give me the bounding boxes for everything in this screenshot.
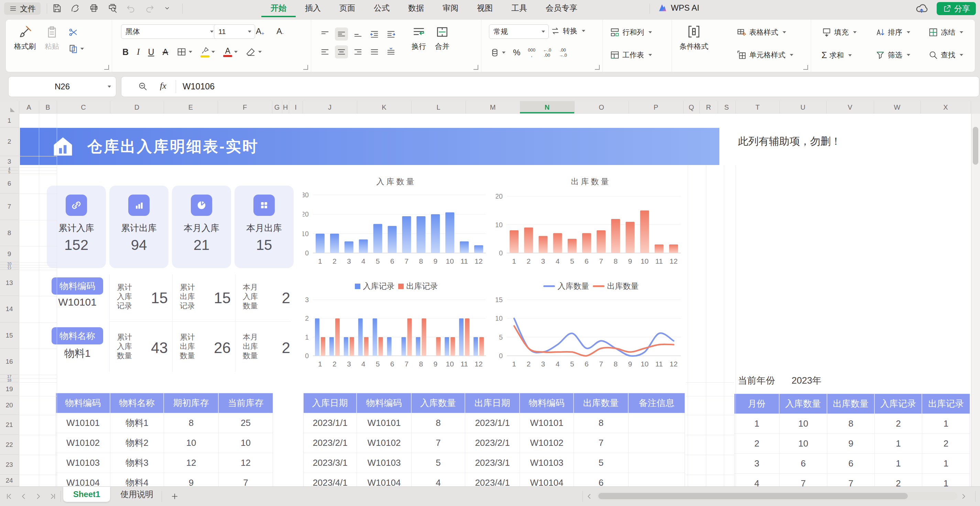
table-cell[interactable]: W10102: [520, 433, 574, 453]
column-header-S[interactable]: S: [718, 101, 736, 113]
table-cell[interactable]: W10102: [56, 433, 110, 453]
table-cell[interactable]: 2023/4/1: [465, 473, 520, 486]
filter-button[interactable]: 筛选: [875, 50, 910, 60]
format-painter-button[interactable]: 格式刷: [14, 25, 36, 54]
table-cell[interactable]: 7: [780, 473, 827, 486]
table-cell[interactable]: [628, 413, 685, 433]
table-cell[interactable]: W10104: [520, 473, 574, 486]
column-header-I[interactable]: I: [289, 101, 303, 113]
column-header-R[interactable]: R: [699, 101, 718, 113]
scroll-left-icon[interactable]: [585, 492, 593, 501]
table-cell[interactable]: 10: [780, 414, 827, 433]
last-sheet-icon[interactable]: [48, 492, 57, 501]
formula-bar[interactable]: fx W10106: [121, 76, 979, 97]
share-button[interactable]: 分享: [937, 2, 976, 15]
table-cell[interactable]: W10101: [520, 413, 574, 433]
table-cell[interactable]: 6: [827, 453, 875, 473]
table-cell[interactable]: 10: [164, 433, 219, 453]
table-cell[interactable]: W10101: [56, 413, 110, 433]
row-header-15[interactable]: 15: [0, 323, 19, 348]
font-expand-icon[interactable]: [303, 65, 308, 70]
row-header-17[interactable]: 17: [0, 375, 19, 379]
row-header-23[interactable]: 23: [0, 455, 19, 475]
table-cell[interactable]: 1: [875, 433, 922, 453]
row-header-5[interactable]: 5: [0, 170, 19, 173]
table-cell[interactable]: 2: [735, 433, 780, 453]
fill-button[interactable]: 填充: [821, 27, 857, 37]
column-header-W[interactable]: W: [874, 101, 921, 113]
cell-style-button[interactable]: 单元格样式: [737, 50, 793, 60]
menu-tab-页面[interactable]: 页面: [330, 0, 364, 16]
table-cell[interactable]: 8: [412, 413, 465, 433]
table-cell[interactable]: 2023/2/1: [304, 433, 357, 453]
table-cell[interactable]: 25: [219, 413, 273, 433]
table-cell[interactable]: 2023/2/1: [465, 433, 520, 453]
column-header-F[interactable]: F: [218, 101, 272, 113]
prev-sheet-icon[interactable]: [19, 492, 28, 501]
table-cell[interactable]: [628, 453, 685, 473]
column-header-T[interactable]: T: [735, 101, 780, 113]
wps-ai-button[interactable]: WPS AI: [657, 3, 699, 13]
row-header-8[interactable]: 8: [0, 220, 19, 246]
table-cell[interactable]: 8: [827, 414, 875, 433]
table-cell[interactable]: 2023/1/1: [304, 413, 357, 433]
save-icon[interactable]: [52, 3, 62, 13]
borders-button[interactable]: [177, 47, 192, 57]
align-center-icon[interactable]: [335, 45, 348, 59]
menu-tab-工具[interactable]: 工具: [502, 0, 536, 16]
column-header-V[interactable]: V: [826, 101, 874, 113]
table-cell[interactable]: W10102: [357, 433, 412, 453]
column-header-P[interactable]: P: [628, 101, 684, 113]
table-cell[interactable]: 7: [412, 433, 465, 453]
styles-expand-icon[interactable]: [803, 65, 808, 70]
menu-tab-公式[interactable]: 公式: [364, 0, 399, 16]
table-cell[interactable]: [628, 433, 685, 453]
highlight-color-button[interactable]: [200, 46, 215, 57]
name-box[interactable]: N26: [8, 76, 116, 97]
cut-icon[interactable]: [68, 27, 78, 37]
freeze-button[interactable]: 冻结: [928, 27, 963, 37]
font-size-select[interactable]: 11: [214, 24, 255, 39]
row-header-13[interactable]: 13: [0, 270, 19, 296]
sum-button[interactable]: Σ 求和: [821, 50, 852, 60]
wrap-text-button[interactable]: 换行: [412, 25, 426, 51]
find-button[interactable]: 查找: [928, 50, 963, 60]
zoom-out-icon[interactable]: [138, 81, 148, 92]
table-cell[interactable]: 7: [219, 473, 273, 486]
font-name-select[interactable]: 黑体: [121, 24, 217, 39]
table-cell[interactable]: 6: [574, 473, 628, 486]
column-header-K[interactable]: K: [357, 101, 412, 113]
column-header-A[interactable]: A: [19, 101, 39, 113]
table-cell[interactable]: 2023/4/1: [304, 473, 357, 486]
table-cell[interactable]: 2: [875, 414, 922, 433]
table-cell[interactable]: 5: [412, 453, 465, 473]
vertical-scrollbar[interactable]: [971, 114, 980, 486]
column-header-G[interactable]: G: [272, 101, 282, 113]
row-header-2[interactable]: 2: [0, 127, 19, 156]
copy-button[interactable]: [68, 44, 84, 54]
column-header-B[interactable]: B: [39, 101, 57, 113]
row-header-7[interactable]: 7: [0, 194, 19, 220]
row-header-14[interactable]: 14: [0, 296, 19, 323]
table-cell[interactable]: 9: [164, 473, 219, 486]
vertical-scrollbar-thumb[interactable]: [973, 127, 978, 165]
horizontal-scrollbar[interactable]: [597, 492, 957, 500]
row-header-12[interactable]: 12: [0, 267, 19, 270]
table-cell[interactable]: W10104: [357, 473, 412, 486]
table-cell[interactable]: 1: [735, 414, 780, 433]
add-sheet-button[interactable]: [168, 490, 181, 503]
redo-icon[interactable]: [145, 3, 155, 13]
table-cell[interactable]: 2: [875, 473, 922, 486]
merge-cells-button[interactable]: 合并: [435, 25, 449, 51]
table-cell[interactable]: 1: [922, 453, 970, 473]
first-sheet-icon[interactable]: [5, 492, 14, 501]
table-cell[interactable]: W10103: [56, 453, 110, 473]
column-header-H[interactable]: H: [282, 101, 289, 113]
table-cell[interactable]: 7: [827, 473, 875, 486]
table-cell[interactable]: [628, 473, 685, 486]
percent-format-button[interactable]: %: [513, 48, 520, 57]
table-cell[interactable]: 10: [780, 433, 827, 453]
table-cell[interactable]: 物料2: [110, 433, 164, 453]
table-cell[interactable]: 4: [412, 473, 465, 486]
conditional-format-button[interactable]: 条件格式: [679, 24, 708, 51]
